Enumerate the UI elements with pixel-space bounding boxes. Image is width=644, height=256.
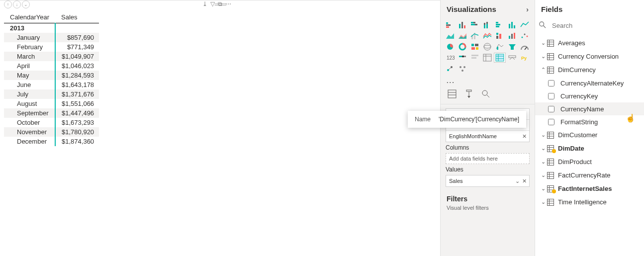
matrix-visual[interactable]: CalendarYear Sales 2013January$857,690Fe… [4,11,99,146]
viz-type-icon[interactable] [507,20,518,29]
viz-type-icon[interactable] [457,20,468,29]
table-cell[interactable]: $1,673,293 [55,118,99,127]
table-row[interactable]: February [4,42,55,52]
table-row[interactable]: March [4,52,55,61]
analytics-tab-icon[interactable] [480,87,491,102]
table-row-dimcustomer[interactable]: ⌄ DimCustomer [535,128,644,142]
viz-type-icon[interactable] [519,31,530,40]
viz-type-icon[interactable] [482,53,493,62]
focus-icon[interactable]: ⧉ [218,0,222,7]
well-item-label[interactable]: Sales [449,178,463,184]
viz-type-icon[interactable] [457,31,468,40]
table-row[interactable]: August [4,99,55,108]
table-icon [547,53,555,60]
svg-rect-50 [496,54,504,61]
viz-type-icon[interactable] [457,64,468,73]
viz-type-icon[interactable] [445,31,456,40]
column-header[interactable]: CalendarYear [4,11,55,23]
table-cell[interactable]: $1,551,066 [55,99,99,108]
values-well[interactable]: Sales ⌄✕ [446,175,530,187]
viz-type-icon[interactable] [494,20,505,29]
table-cell[interactable]: $1,447,496 [55,108,99,118]
table-row[interactable]: April [4,61,55,71]
viz-type-icon[interactable] [457,42,468,51]
viz-type-icon[interactable]: 123 [445,53,456,62]
viz-type-icon[interactable] [469,53,480,62]
viz-type-icon[interactable] [507,42,518,51]
table-cell[interactable]: $771,349 [55,42,99,52]
table-row[interactable]: November [4,127,55,137]
remove-icon[interactable]: ✕ [521,133,527,140]
table-cell[interactable]: $1,049,907 [55,52,99,61]
viz-type-icon[interactable]: Py [519,53,530,62]
viz-type-icon[interactable] [519,20,530,29]
table-cell[interactable]: $1,780,920 [55,127,99,137]
viz-type-icon[interactable] [469,31,480,40]
column-header[interactable]: Sales [55,11,99,23]
table-row[interactable]: July [4,89,55,99]
table-row-factinternetsales[interactable]: ⌄ FactInternetSales [535,182,644,195]
table-row-timeintelligence[interactable]: ⌄ Time Intelligence [535,195,644,209]
table-cell[interactable]: $1,046,023 [55,61,99,71]
viz-type-icon[interactable] [494,31,505,40]
viz-type-icon[interactable] [457,53,468,62]
remove-icon[interactable]: ✕ [521,178,527,184]
more-options-icon[interactable]: ⋯ [225,0,231,7]
pin-icon[interactable]: ⤓ [202,0,207,7]
field-tree: ⌄ Averages ⌄ Currency Conversion ⌃ DimCu… [535,36,644,256]
table-row[interactable]: May [4,71,55,80]
table-row-dimdate[interactable]: ⌄ DimDate [535,142,644,155]
fields-tab-icon[interactable] [447,87,458,102]
field-checkbox[interactable] [548,93,554,99]
table-cell[interactable]: $1,284,593 [55,71,99,80]
search-input[interactable] [551,21,640,30]
table-row-factcurrencyrate[interactable]: ⌄ FactCurrencyRate [535,169,644,182]
table-cell[interactable] [55,23,99,33]
viz-type-icon[interactable] [507,31,518,40]
table-icon [547,67,555,74]
table-row[interactable]: October [4,118,55,127]
viz-type-icon[interactable] [519,42,530,51]
chevron-right-icon[interactable]: › [526,5,529,13]
viz-type-icon[interactable] [482,20,493,29]
viz-type-icon[interactable] [482,42,493,51]
viz-type-icon[interactable] [469,42,480,51]
viz-type-icon[interactable] [445,64,456,73]
table-row-currency-conversion[interactable]: ⌄ Currency Conversion [535,50,644,63]
table-row-dimcurrency[interactable]: ⌃ DimCurrency [535,63,644,77]
format-tab-icon[interactable] [463,87,474,102]
table-row[interactable]: June [4,80,55,89]
columns-well[interactable]: Add data fields here [446,153,530,164]
search-box[interactable] [539,17,640,33]
table-row[interactable]: September [4,108,55,118]
viz-type-icon[interactable] [494,53,505,62]
viz-type-icon[interactable] [507,53,518,62]
expand-all-icon[interactable]: ⌄ [22,0,30,8]
field-checkbox[interactable] [548,106,554,112]
drill-down-icon[interactable]: ↓ [13,0,21,8]
field-currency-key[interactable]: CurrencyKey [535,89,644,102]
table-cell[interactable]: $1,643,178 [55,80,99,89]
drill-up-icon[interactable]: ↑ [4,0,12,8]
field-checkbox[interactable] [548,80,554,86]
table-cell[interactable]: $1,874,360 [55,137,99,146]
chevron-down-icon[interactable]: ⌄ [514,178,520,184]
filter-icon[interactable]: ▽ [210,0,215,7]
more-visuals-icon[interactable]: ... [441,76,535,87]
viz-type-icon[interactable] [482,31,493,40]
table-cell[interactable]: $857,690 [55,33,99,42]
report-canvas[interactable]: ↑ ↓ ⌄ ═══ ⤓ ▽ ⧉ ⋯ CalendarYear Sales 201… [0,0,440,256]
viz-type-icon[interactable] [494,42,505,51]
table-row[interactable]: January [4,33,55,42]
table-row[interactable]: 2013 [4,23,55,33]
table-row-dimproduct[interactable]: ⌄ DimProduct [535,155,644,169]
field-currency-alternate-key[interactable]: CurrencyAlternateKey [535,77,644,89]
well-item-label[interactable]: EnglishMonthName [449,133,497,139]
table-cell[interactable]: $1,371,676 [55,89,99,99]
viz-type-icon[interactable] [445,42,456,51]
table-row[interactable]: December [4,137,55,146]
table-row-averages[interactable]: ⌄ Averages [535,36,644,50]
viz-type-icon[interactable] [445,20,456,29]
field-checkbox[interactable] [548,119,554,125]
viz-type-icon[interactable] [469,20,480,29]
